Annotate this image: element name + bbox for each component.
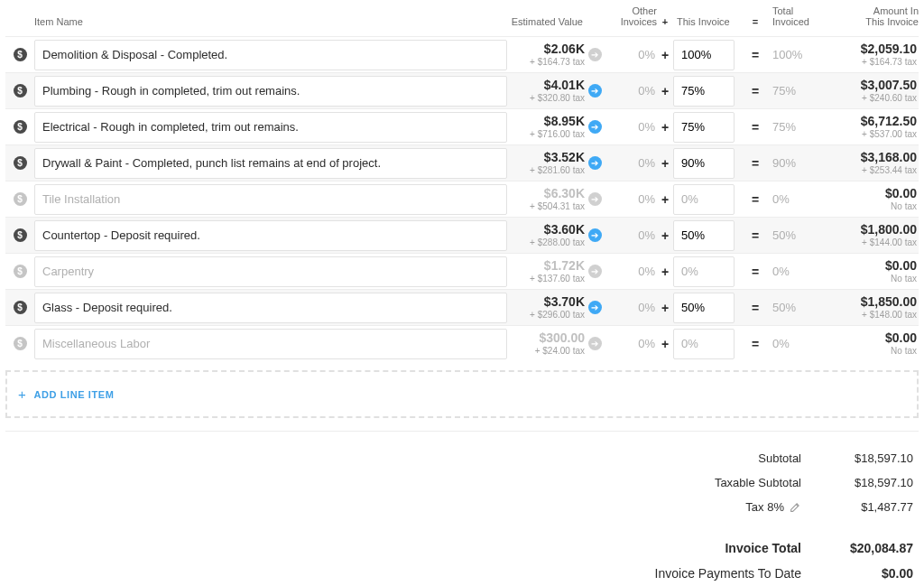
payments-value: $0.00 (837, 566, 913, 581)
item-name-input[interactable]: Plumbing - Rough in completed, trim out … (34, 76, 507, 107)
equals-icon: = (742, 156, 769, 171)
other-invoices-value: 0% (603, 192, 657, 206)
header-total-invoiced: Total Invoiced (769, 5, 819, 27)
plus-icon: + (657, 120, 673, 135)
table-row: $ Electrical - Rough in completed, trim … (5, 108, 919, 144)
equals-icon: = (742, 301, 769, 315)
add-line-item-button[interactable]: + ADD LINE ITEM (5, 370, 919, 418)
this-invoice-input[interactable] (673, 112, 735, 143)
add-line-item-label: ADD LINE ITEM (33, 389, 114, 400)
estimated-value: $2.06K + $164.73 tax (507, 42, 587, 66)
amount-value: $2,059.10 + $164.73 tax (819, 42, 919, 66)
table-row: $ Countertop - Deposit required. $3.60K … (5, 217, 919, 253)
copy-arrow-icon[interactable]: ➔ (587, 265, 603, 278)
total-invoiced-value: 0% (769, 192, 819, 206)
dollar-icon: $ (5, 337, 34, 350)
item-name-input[interactable]: Miscellaneous Labor (34, 329, 507, 359)
item-name-input[interactable]: Electrical - Rough in completed, trim ou… (34, 112, 507, 143)
dollar-icon: $ (5, 301, 34, 314)
table-row: $ Carpentry $1.72K + $137.60 tax ➔ 0% + … (5, 253, 919, 289)
this-invoice-input[interactable] (673, 40, 735, 70)
estimated-value: $300.00 + $24.00 tax (507, 331, 587, 355)
copy-arrow-icon[interactable]: ➔ (587, 84, 603, 98)
table-header: Item Name Estimated Value Other Invoices… (5, 0, 919, 36)
estimated-value: $3.70K + $296.00 tax (507, 295, 587, 319)
other-invoices-value: 0% (603, 120, 657, 134)
table-row: $ Plumbing - Rough in completed, trim ou… (5, 72, 919, 108)
total-invoiced-value: 75% (769, 120, 819, 134)
amount-value: $3,007.50 + $240.60 tax (819, 79, 919, 102)
this-invoice-input[interactable] (673, 148, 735, 179)
amount-value: $0.00 No tax (819, 331, 919, 355)
total-invoiced-value: 90% (769, 156, 819, 170)
equals-icon: = (742, 228, 769, 243)
invoice-total-value: $20,084.87 (837, 541, 913, 555)
plus-icon: + (18, 386, 26, 402)
other-invoices-value: 0% (603, 84, 657, 98)
copy-arrow-icon[interactable]: ➔ (587, 337, 603, 350)
totals-section: Subtotal $18,597.10 Taxable Subtotal $18… (5, 446, 919, 586)
this-invoice-input[interactable] (673, 329, 735, 359)
table-row: $ Drywall & Paint - Completed, punch lis… (5, 144, 919, 181)
this-invoice-input[interactable] (673, 293, 735, 323)
header-item-name: Item Name (34, 16, 507, 27)
table-row: $ Tile Installation $6.30K + $504.31 tax… (5, 181, 919, 217)
copy-arrow-icon[interactable]: ➔ (587, 48, 603, 61)
copy-arrow-icon[interactable]: ➔ (587, 156, 603, 170)
this-invoice-input[interactable] (673, 184, 735, 215)
total-invoiced-value: 100% (769, 48, 819, 61)
item-name-input[interactable]: Countertop - Deposit required. (34, 220, 507, 251)
total-invoiced-value: 50% (769, 228, 819, 242)
estimated-value: $4.01K + $320.80 tax (507, 79, 587, 102)
amount-value: $0.00 No tax (819, 187, 919, 210)
equals-icon: = (742, 265, 769, 279)
amount-value: $1,850.00 + $148.00 tax (819, 295, 919, 319)
copy-arrow-icon[interactable]: ➔ (587, 228, 603, 242)
header-estimated: Estimated Value (507, 16, 587, 27)
total-invoiced-value: 0% (769, 337, 819, 350)
this-invoice-input[interactable] (673, 220, 735, 251)
plus-icon: + (657, 301, 673, 315)
dollar-icon: $ (5, 228, 34, 242)
equals-icon: = (742, 337, 769, 351)
plus-icon: + (657, 337, 673, 351)
amount-value: $6,712.50 + $537.00 tax (819, 115, 919, 138)
item-name-input[interactable]: Tile Installation (34, 184, 507, 215)
item-name-input[interactable]: Demolition & Disposal - Completed. (34, 40, 507, 70)
copy-arrow-icon[interactable]: ➔ (587, 192, 603, 206)
table-row: $ Demolition & Disposal - Completed. $2.… (5, 36, 919, 72)
dollar-icon: $ (5, 120, 34, 134)
table-row: $ Miscellaneous Labor $300.00 + $24.00 t… (5, 325, 919, 361)
divider (5, 431, 919, 432)
edit-tax-icon[interactable] (790, 501, 801, 513)
this-invoice-input[interactable] (673, 256, 735, 287)
other-invoices-value: 0% (603, 301, 657, 314)
tax-value: $1,487.77 (837, 500, 913, 514)
amount-value: $1,800.00 + $144.00 tax (819, 223, 919, 246)
estimated-value: $3.52K + $281.60 tax (507, 151, 587, 174)
dollar-icon: $ (5, 156, 34, 170)
item-name-input[interactable]: Carpentry (34, 256, 507, 287)
estimated-value: $8.95K + $716.00 tax (507, 115, 587, 138)
equals-icon: = (742, 192, 769, 207)
this-invoice-input[interactable] (673, 76, 735, 107)
item-name-input[interactable]: Drywall & Paint - Completed, punch list … (34, 148, 507, 179)
item-name-input[interactable]: Glass - Deposit required. (34, 293, 507, 323)
other-invoices-value: 0% (603, 48, 657, 61)
other-invoices-value: 0% (603, 337, 657, 350)
total-invoiced-value: 75% (769, 84, 819, 98)
total-invoiced-value: 0% (769, 265, 819, 278)
estimated-value: $3.60K + $288.00 tax (507, 223, 587, 246)
header-this-invoice: This Invoice (673, 16, 742, 27)
copy-arrow-icon[interactable]: ➔ (587, 120, 603, 134)
other-invoices-value: 0% (603, 228, 657, 242)
dollar-icon: $ (5, 192, 34, 206)
plus-icon: + (657, 228, 673, 243)
other-invoices-value: 0% (603, 156, 657, 170)
amount-value: $3,168.00 + $253.44 tax (819, 151, 919, 174)
dollar-icon: $ (5, 84, 34, 98)
copy-arrow-icon[interactable]: ➔ (587, 301, 603, 314)
taxable-subtotal-value: $18,597.10 (837, 476, 913, 489)
estimated-value: $1.72K + $137.60 tax (507, 259, 587, 283)
equals-icon: = (742, 16, 769, 27)
